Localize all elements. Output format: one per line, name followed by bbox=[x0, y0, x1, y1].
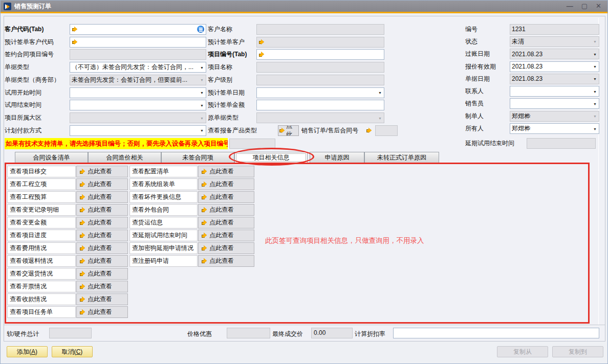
field-label: 销售员 bbox=[465, 99, 510, 108]
link-arrow-icon[interactable] bbox=[258, 52, 265, 57]
link-arrow-icon bbox=[201, 169, 208, 174]
doc-type-dropdown[interactable]: （不可选）未签合同先发货：会签订合同，... bbox=[70, 62, 206, 73]
final-price-field: 0.00 bbox=[311, 328, 353, 338]
query-label: 查看变更金额 bbox=[7, 217, 76, 229]
query-view-button[interactable]: 点此查看 bbox=[76, 293, 128, 305]
query-view-button[interactable]: 点此查看 bbox=[76, 191, 128, 203]
link-arrow-icon[interactable] bbox=[72, 27, 78, 32]
link-arrow-icon bbox=[79, 245, 86, 251]
query-label: 查看配置清单 bbox=[129, 166, 198, 177]
field-label: 试用结束时间 bbox=[5, 101, 70, 109]
field-label: 预计签单客户 bbox=[208, 38, 256, 47]
field-label: 客户名称 bbox=[208, 25, 256, 34]
query-view-button[interactable]: 点此查看 bbox=[76, 281, 128, 292]
query-view-button[interactable]: 点此查看 bbox=[76, 178, 128, 190]
query-view-button[interactable]: 点此查看 bbox=[198, 204, 254, 216]
field-label: 联系人 bbox=[465, 87, 510, 96]
link-arrow-icon[interactable] bbox=[258, 39, 265, 45]
link-arrow-icon bbox=[79, 194, 86, 200]
field-row: 制单人 郑熠桦 bbox=[465, 110, 599, 122]
expected-sign-customer-code-input[interactable] bbox=[70, 37, 206, 48]
field-row: 过账日期 2021.08.23 bbox=[465, 48, 599, 60]
field-label: 最终成交价 bbox=[272, 330, 303, 338]
cancel-button[interactable]: 取消(C) bbox=[52, 346, 93, 357]
expected-sign-amount-input[interactable] bbox=[256, 100, 384, 110]
discount-rate-input[interactable] bbox=[393, 328, 599, 338]
trial-start-dropdown[interactable] bbox=[70, 87, 206, 98]
salesperson-dropdown[interactable] bbox=[510, 98, 599, 109]
tab[interactable]: 合同设备清单 bbox=[15, 152, 88, 163]
link-arrow-icon bbox=[201, 233, 208, 238]
query-row: 查看外包合同 点此查看 bbox=[129, 203, 254, 216]
query-view-button[interactable]: 点此查看 bbox=[76, 306, 128, 318]
query-view-button[interactable]: 点此查看 bbox=[76, 230, 128, 241]
query-view-button[interactable]: 点此查看 bbox=[76, 204, 128, 216]
field-row: 客户代码(Tab) bbox=[5, 23, 206, 36]
tab[interactable]: 未转正式订单原因 bbox=[364, 152, 439, 163]
sw-hw-total-field bbox=[49, 328, 92, 338]
query-view-button[interactable]: 点此查看 bbox=[198, 217, 254, 229]
close-button[interactable]: ✕ bbox=[596, 1, 601, 12]
tab[interactable]: 未签合同项 bbox=[161, 152, 234, 163]
query-view-button-label: 点此查看 bbox=[209, 167, 234, 176]
doc-number-value: 1231 bbox=[512, 26, 597, 33]
query-view-button[interactable]: 点此查看 bbox=[76, 166, 128, 177]
view-product-type-button[interactable]: 点此 bbox=[278, 125, 299, 136]
expected-sign-date-dropdown[interactable] bbox=[256, 87, 384, 98]
query-label: 查看变更记录明细 bbox=[7, 204, 76, 216]
accent-line bbox=[1, 12, 607, 13]
query-view-button[interactable]: 点此查看 bbox=[76, 217, 128, 229]
field-label: 价格优惠 bbox=[187, 330, 212, 338]
field-label: 试用开始时间 bbox=[5, 88, 70, 97]
query-column-right: 查看配置清单 点此查看 查看系统组装单 点此查看 查看坏件更换信息 点此查看 bbox=[129, 165, 254, 267]
posting-date-dropdown[interactable]: 2021.08.23 bbox=[510, 49, 599, 59]
link-arrow-icon bbox=[201, 194, 208, 200]
customer-code-input[interactable] bbox=[70, 24, 206, 35]
project-no-input[interactable] bbox=[256, 49, 384, 60]
doc-date-dropdown[interactable]: 2021.08.23 bbox=[510, 74, 599, 84]
query-view-button[interactable]: 点此查看 bbox=[198, 230, 254, 241]
field-label: 报价有效期 bbox=[465, 62, 510, 71]
tab[interactable]: 申请原因 bbox=[310, 152, 364, 163]
field-label: 客户级别 bbox=[208, 76, 256, 84]
query-view-button[interactable]: 点此查看 bbox=[198, 178, 254, 190]
trial-end-dropdown[interactable] bbox=[70, 100, 206, 110]
tab[interactable]: 项目相关信息 bbox=[234, 152, 308, 164]
query-view-button[interactable]: 点此查看 bbox=[76, 255, 128, 267]
copy-to-button: 复制到 bbox=[552, 346, 603, 357]
query-view-button[interactable]: 点此查看 bbox=[198, 242, 254, 254]
contact-dropdown[interactable] bbox=[510, 86, 599, 97]
query-view-button[interactable]: 点此查看 bbox=[198, 255, 254, 267]
project-region-dropdown bbox=[70, 112, 206, 123]
doc-type-business-dropdown: 未签合同先发货：会签订合同，但要提前... bbox=[70, 75, 206, 85]
add-button[interactable]: 添加(A) bbox=[7, 346, 48, 357]
query-view-button-label: 点此查看 bbox=[88, 244, 112, 253]
query-view-button[interactable]: 点此查看 bbox=[198, 191, 254, 203]
maximize-button[interactable]: ▢ bbox=[581, 1, 588, 12]
tab-label: 未签合同项 bbox=[183, 154, 213, 161]
field-row: 项目所属大区 bbox=[5, 111, 206, 124]
doc-date-value: 2021.08.23 bbox=[512, 75, 592, 82]
query-view-button[interactable]: 点此查看 bbox=[76, 242, 128, 254]
link-arrow-icon[interactable] bbox=[366, 128, 373, 133]
query-view-button[interactable]: 点此查看 bbox=[76, 268, 128, 280]
quote-valid-date-dropdown[interactable]: 2021.08.23 bbox=[510, 61, 599, 72]
owner-dropdown[interactable]: 郑熠桦 bbox=[510, 123, 599, 134]
field-label: 预计签单日期 bbox=[208, 88, 256, 97]
delay-trial-end-field bbox=[527, 138, 596, 149]
query-label: 查看项目进度 bbox=[7, 230, 76, 241]
choose-from-list-icon[interactable] bbox=[197, 26, 204, 33]
field-label: 过账日期 bbox=[465, 50, 510, 58]
query-row: 查看交退货情况 点此查看 bbox=[7, 267, 128, 280]
query-view-button[interactable]: 点此查看 bbox=[198, 166, 254, 177]
query-row: 查延期试用结束时间 点此查看 bbox=[129, 229, 254, 242]
contract-project-no-field bbox=[70, 49, 206, 60]
link-arrow-icon bbox=[79, 220, 86, 225]
link-arrow-icon[interactable] bbox=[72, 39, 78, 45]
field-row: 项目名称 bbox=[208, 61, 384, 74]
tab-label: 项目相关信息 bbox=[253, 154, 290, 161]
tab[interactable]: 合同造价相关 bbox=[88, 152, 161, 163]
payment-plan-dropdown[interactable] bbox=[70, 125, 206, 136]
minimize-button[interactable]: — bbox=[567, 1, 573, 12]
link-arrow-icon bbox=[201, 220, 208, 225]
